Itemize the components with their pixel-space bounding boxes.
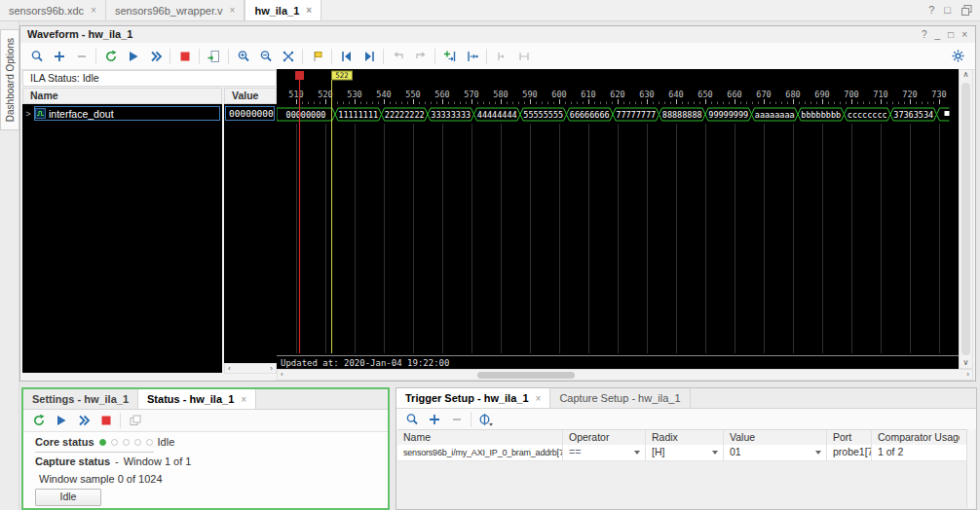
tab-trigger-setup[interactable]: Trigger Setup - hw_ila_1 × <box>396 388 550 408</box>
column-header-operator[interactable]: Operator <box>563 430 646 446</box>
core-status-value: Idle <box>158 436 175 448</box>
run-trigger-icon[interactable] <box>27 411 50 431</box>
value-column-header[interactable]: Value <box>224 88 277 104</box>
add-marker-icon[interactable] <box>306 46 328 66</box>
remove-probe-icon[interactable] <box>445 410 468 430</box>
chevron-down-icon[interactable] <box>815 451 821 455</box>
zoom-out-icon[interactable] <box>254 46 277 66</box>
signal-row[interactable]: > interface_dout <box>22 106 222 121</box>
next-transition-icon[interactable] <box>409 46 432 66</box>
signal-value-panel: 00000000 <box>224 104 277 363</box>
zoom-to-transition-icon[interactable] <box>438 46 461 66</box>
close-icon[interactable]: × <box>91 5 96 16</box>
waveform-horizontal-scrollbar[interactable]: ‹ › <box>277 369 973 381</box>
settings-gear-icon[interactable] <box>947 46 969 66</box>
expand-chevron-icon[interactable]: > <box>22 109 34 119</box>
scrollbar-thumb[interactable] <box>961 83 970 355</box>
updated-at-label: Updated at: 2020-Jan-04 19:22:00 <box>281 358 449 368</box>
close-icon[interactable]: × <box>241 394 246 405</box>
svg-text:99999999: 99999999 <box>708 110 748 120</box>
probe-name-cell[interactable]: sensors96b_i/my_AXI_IP_0_bram_addrb[7:0] <box>397 445 563 460</box>
search-icon[interactable] <box>400 410 423 430</box>
scroll-left-icon[interactable]: ‹ <box>281 370 283 380</box>
tab-hw-ila-1[interactable]: hw_ila_1 × <box>245 0 321 20</box>
run-all-icon[interactable] <box>144 46 167 66</box>
core-status-row: Core status Idle <box>35 436 174 448</box>
column-header-port[interactable]: Port <box>827 430 872 446</box>
scroll-left-icon[interactable]: ‹ <box>228 364 231 374</box>
column-header-value[interactable]: Value <box>724 430 827 446</box>
run-icon[interactable] <box>122 46 144 66</box>
stop-icon[interactable] <box>173 46 196 66</box>
run-icon[interactable] <box>50 411 72 431</box>
goto-transition-icon[interactable] <box>461 46 483 66</box>
help-icon[interactable]: ? <box>928 4 934 16</box>
trigger-condition-icon[interactable] <box>474 410 497 430</box>
trigger-table-scrollbar[interactable] <box>966 429 975 508</box>
column-header-name[interactable]: Name <box>397 430 563 446</box>
radix-dropdown[interactable]: [H] <box>646 445 724 460</box>
top-window-controls: ? □ <box>928 4 972 16</box>
chevron-down-icon[interactable] <box>634 451 640 455</box>
stop-icon[interactable] <box>94 411 117 431</box>
close-icon[interactable]: × <box>230 5 236 16</box>
zoom-fit-icon[interactable] <box>277 46 299 66</box>
dashboard-options-tab[interactable]: Dashboard Options <box>0 29 19 130</box>
waveform-vertical-scrollbar[interactable]: ∧ ∨ <box>959 69 973 369</box>
scroll-right-icon[interactable]: › <box>966 370 969 380</box>
value-dropdown[interactable]: 01 <box>724 445 827 460</box>
maximize-icon[interactable]: □ <box>944 4 951 16</box>
add-probe-icon[interactable] <box>423 410 445 430</box>
swap-cursor-icon[interactable] <box>490 46 512 66</box>
signal-value-cell[interactable]: 00000000 <box>225 106 275 121</box>
export-data-icon[interactable] <box>203 46 225 66</box>
trigger-probe-row[interactable]: sensors96b_i/my_AXI_IP_0_bram_addrb[7:0]… <box>397 445 967 461</box>
scroll-down-icon[interactable]: ∨ <box>960 358 972 368</box>
float-window-icon[interactable] <box>961 4 972 16</box>
run-trigger-icon[interactable] <box>99 46 122 66</box>
tab-capture-setup[interactable]: Capture Setup - hw_ila_1 <box>550 388 690 408</box>
signal-name-cell[interactable]: interface_dout <box>34 106 220 121</box>
column-header-comparator-usage[interactable]: Comparator Usage <box>872 430 960 446</box>
remove-probe-icon[interactable] <box>70 46 93 66</box>
tab-settings-hw-ila-1[interactable]: Settings - hw_ila_1 <box>23 389 138 409</box>
port-cell: probe1[7:0] <box>827 445 872 460</box>
scroll-right-icon[interactable]: › <box>270 364 273 374</box>
tab-sensors96b-xdc[interactable]: sensors96b.xdc × <box>0 0 106 20</box>
zoom-in-icon[interactable] <box>232 46 254 66</box>
waveform-canvas[interactable]: 5105205305405505605705805906006106206306… <box>277 69 959 369</box>
chevron-down-icon[interactable] <box>712 451 718 455</box>
operator-value: == <box>569 446 581 457</box>
idle-button[interactable]: Idle <box>35 489 101 506</box>
toolbar-separator <box>486 49 487 64</box>
run-all-icon[interactable] <box>72 411 94 431</box>
goto-end-icon[interactable] <box>358 46 380 66</box>
search-icon[interactable] <box>25 46 48 66</box>
svg-text:550: 550 <box>405 90 420 99</box>
toolbar-separator <box>228 49 229 64</box>
close-icon[interactable]: × <box>961 28 967 41</box>
close-icon[interactable]: × <box>536 393 542 404</box>
previous-transition-icon[interactable] <box>387 46 409 66</box>
maximize-icon[interactable]: □ <box>948 28 954 41</box>
column-header-radix[interactable]: Radix <box>646 430 724 446</box>
signal-name: interface_dout <box>49 108 114 120</box>
minimize-icon[interactable]: _ <box>935 28 941 41</box>
help-icon[interactable]: ? <box>922 28 927 41</box>
scroll-up-icon[interactable]: ∧ <box>960 70 972 80</box>
cursor-range-icon[interactable] <box>512 46 535 66</box>
tab-sensors96b-wrapper-v[interactable]: sensors96b_wrapper.v × <box>106 0 245 20</box>
goto-start-icon[interactable] <box>335 46 358 66</box>
value-panel-scrollbar[interactable]: ‹ › <box>224 363 277 374</box>
core-status-label: Core status <box>35 436 94 448</box>
close-icon[interactable]: × <box>306 5 312 16</box>
operator-dropdown[interactable]: == <box>563 445 646 460</box>
svg-text:520: 520 <box>318 90 332 99</box>
svg-text:540: 540 <box>376 90 391 99</box>
windows-layout-icon[interactable] <box>124 411 146 431</box>
name-column-header[interactable]: Name <box>22 88 222 104</box>
add-probe-icon[interactable] <box>48 46 70 66</box>
svg-text:690: 690 <box>814 90 829 99</box>
tab-status-hw-ila-1[interactable]: Status - hw_ila_1 × <box>138 389 256 409</box>
scrollbar-thumb[interactable] <box>477 372 575 379</box>
